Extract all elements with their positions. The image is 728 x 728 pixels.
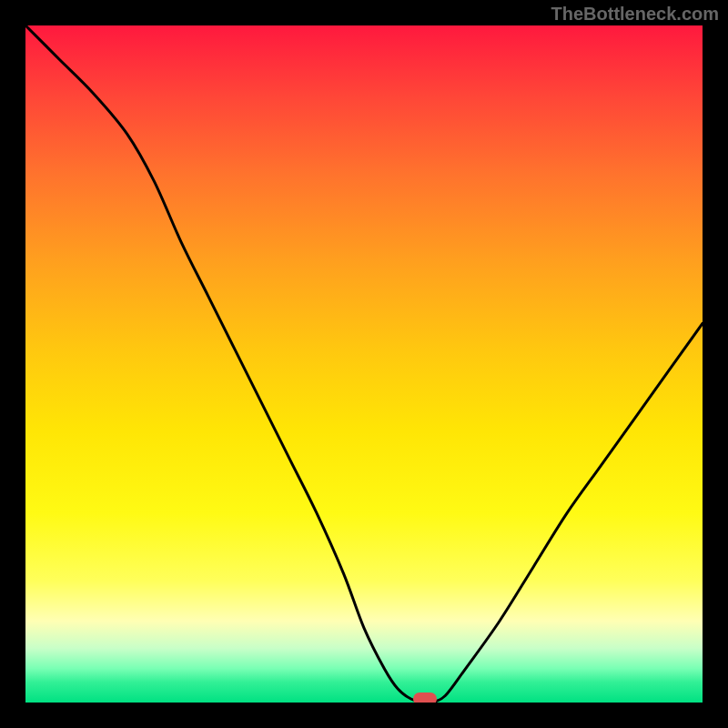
bottleneck-curve bbox=[25, 25, 703, 703]
plot-area bbox=[25, 25, 703, 703]
optimal-point-marker bbox=[413, 693, 437, 703]
curve-svg bbox=[25, 25, 703, 703]
watermark-text: TheBottleneck.com bbox=[551, 4, 719, 25]
chart-container: TheBottleneck.com bbox=[0, 0, 728, 728]
